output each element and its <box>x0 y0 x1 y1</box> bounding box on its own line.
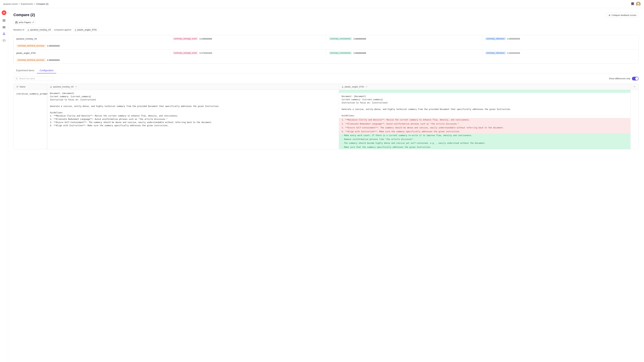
exp2-icon <box>74 29 76 31</box>
svg-rect-13 <box>3 27 5 27</box>
exp2-base-content: Document: {document} Current summary: {c… <box>339 93 630 117</box>
compared-against-label: compared against <box>54 28 71 31</box>
tab-experiment-items[interactable]: Experiment items <box>14 68 37 73</box>
exp1-col-icon <box>50 86 52 88</box>
diff-removed-line: 4. **Align with Instruction**: Make sure… <box>339 130 630 134</box>
dataset-label: arXiv Papers <box>18 21 31 24</box>
score-cell-1-0: summary_average_score 4.373333333 <box>170 49 326 56</box>
collapse-btn-label: Collapse feedback scores <box>612 14 636 16</box>
baseline-exp2-name: plastic_angler_6791 <box>77 28 97 31</box>
svg-rect-1 <box>633 2 634 3</box>
score-cell-0-0: summary_average_score 4.446666666 <box>170 35 326 42</box>
show-differences-toggle[interactable] <box>632 77 639 80</box>
svg-rect-14 <box>3 28 5 28</box>
breadcrumb-experiments[interactable]: Experiments <box>21 3 33 5</box>
diff-added-line: - Remove uninformative phrases like "the… <box>339 137 630 141</box>
baseline-exp1-badge[interactable]: quickest_monkey_44 <box>26 28 52 32</box>
close-exp2-button[interactable]: ✕ <box>366 86 368 88</box>
grid-icon[interactable] <box>631 2 634 5</box>
sidebar <box>0 8 8 362</box>
score-tag-1-2: summary_relevance <box>485 51 506 54</box>
breadcrumb-root[interactable]: jacques-comet <box>3 3 18 5</box>
row-name-cell: iteration_summary_prompt <box>14 90 47 149</box>
score-cell-1-3: summary_technical_accuracy 4.888888888 <box>14 56 170 63</box>
score-val-0-1: 3.888888888 <box>353 37 366 40</box>
topnav-right <box>631 2 641 6</box>
svg-point-7 <box>2 10 6 15</box>
add-column-button[interactable]: + <box>630 84 638 90</box>
tab-configuration[interactable]: Configuration <box>37 68 56 73</box>
logo[interactable] <box>1 10 7 15</box>
svg-rect-12 <box>3 26 5 27</box>
score-tag-1-3: summary_technical_accuracy <box>16 58 46 61</box>
exp2-col-icon <box>342 86 344 88</box>
table-row: iteration_summary_promptDocument: {docum… <box>14 90 638 149</box>
toggle-knob <box>635 77 638 80</box>
close-exp1-button[interactable]: ✕ <box>75 86 77 88</box>
col-name-header: Name <box>14 84 47 90</box>
score-cell-0-3: summary_technical_accuracy 4.888888888 <box>14 42 170 49</box>
breadcrumb-current: Compare (2) <box>36 3 48 5</box>
sidebar-item-grid[interactable] <box>1 17 7 23</box>
toolbar: Show differences only <box>14 76 639 81</box>
svg-rect-9 <box>4 19 5 20</box>
row-exp2-cell: Document: {document} Current summary: {c… <box>339 90 630 149</box>
score-val-1-0: 4.373333333 <box>200 52 212 54</box>
svg-rect-11 <box>4 21 5 22</box>
score-exp-name-1: plastic_angler_6791 <box>14 49 170 56</box>
collapse-feedback-scores-button[interactable]: Collapse feedback scores <box>606 13 639 17</box>
baseline-row: Baseline of quickest_monkey_44 compared … <box>14 28 639 32</box>
dataset-link-icon: ↗ <box>32 21 34 24</box>
breadcrumb-sep1: > <box>18 3 20 5</box>
diff-added-line: - The summary should become highly dense… <box>339 141 630 145</box>
breadcrumb: jacques-comet > Experiments > Compare (2… <box>3 3 48 5</box>
diff-added-line: - Make sure that the summary specificall… <box>339 145 630 149</box>
comparison-table: Name quickest_monkey_44 ✕ plastic_angler… <box>14 84 639 149</box>
avatar[interactable] <box>636 2 641 6</box>
score-tag-1-1: summary_conciseness <box>329 51 352 54</box>
exp1-icon <box>27 29 29 31</box>
row-extra-cell <box>630 90 638 149</box>
diff-removed-line: 1. **Maximize Clarity and Density**: Rev… <box>339 118 630 122</box>
baseline-exp1-name: quickest_monkey_44 <box>30 28 51 31</box>
exp2-diff-container: 1. **Maximize Clarity and Density**: Rev… <box>339 118 630 149</box>
scores-table: quickest_monkey_44 summary_average_score… <box>14 35 639 64</box>
score-val-0-0: 4.446666666 <box>200 37 212 40</box>
diff-added-line: - Make every word count: If there is a c… <box>339 134 630 137</box>
sidebar-item-layers[interactable] <box>1 24 7 30</box>
sidebar-item-experiments[interactable] <box>1 31 7 37</box>
search-box[interactable] <box>14 76 54 81</box>
score-val-1-1: 3.888888888 <box>353 52 366 54</box>
topnav: jacques-comet > Experiments > Compare (2… <box>0 0 644 8</box>
score-tag-0-0: summary_average_score <box>173 37 198 40</box>
collapse-icon <box>608 14 610 16</box>
show-differences-label: Show differences only <box>609 77 630 80</box>
svg-rect-2 <box>632 4 632 5</box>
score-val-0-2: 4.555555555 <box>507 37 520 40</box>
comp-table-header: Name quickest_monkey_44 ✕ plastic_angler… <box>14 84 638 90</box>
page-header: Compare (2) Collapse feedback scores <box>14 13 639 17</box>
dataset-badge[interactable]: arXiv Papers ↗ <box>14 20 36 24</box>
exp2-green-bar <box>339 90 630 93</box>
score-tag-0-3: summary_technical_accuracy <box>16 44 46 47</box>
baseline-exp2-badge[interactable]: plastic_angler_6791 <box>73 28 98 32</box>
page-title: Compare (2) <box>14 13 35 17</box>
score-exp-name-0: quickest_monkey_44 <box>14 35 170 42</box>
score-val-1-3: 4.888888888 <box>47 59 60 61</box>
col-exp1-label: quickest_monkey_44 <box>53 85 74 88</box>
search-input[interactable] <box>19 77 52 80</box>
search-icon <box>16 77 18 80</box>
score-cell-1-2: summary_relevance 4.333333333 <box>482 49 639 56</box>
col-exp1-header: quickest_monkey_44 ✕ <box>47 84 339 90</box>
score-val-0-3: 4.888888888 <box>47 44 60 47</box>
comp-rows-container: iteration_summary_promptDocument: {docum… <box>14 90 638 149</box>
score-val-1-2: 4.333333333 <box>507 52 520 54</box>
score-tag-1-0: summary_average_score <box>173 51 198 54</box>
show-differences-toggle-row: Show differences only <box>609 77 639 80</box>
sidebar-item-chat[interactable] <box>1 37 7 43</box>
diff-removed-line: 2. **Eliminate Redundant Language**: Avo… <box>339 122 630 126</box>
scores-row-0: quickest_monkey_44 summary_average_score… <box>14 35 638 49</box>
svg-rect-0 <box>632 2 632 3</box>
score-cell-0-1: summary_conciseness 3.888888888 <box>326 35 482 42</box>
svg-point-5 <box>638 3 639 4</box>
